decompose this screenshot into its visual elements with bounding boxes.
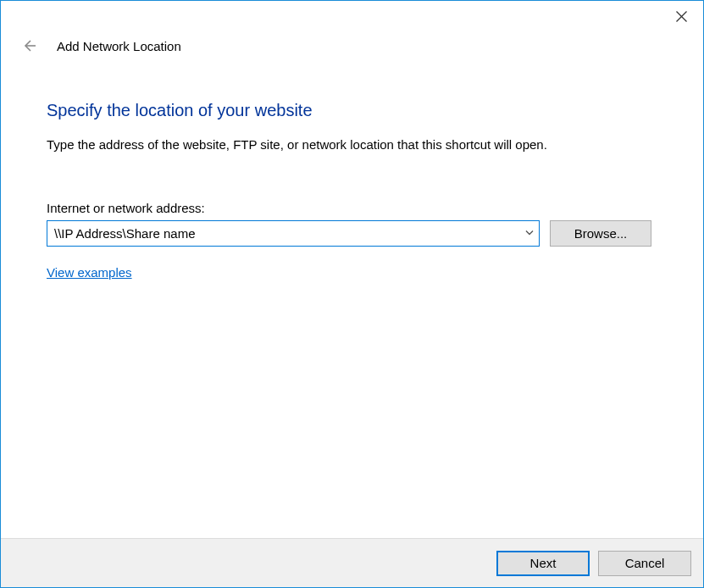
arrow-left-icon [21, 38, 36, 53]
view-examples-link[interactable]: View examples [47, 265, 132, 280]
close-button[interactable] [671, 6, 691, 26]
wizard-title: Add Network Location [57, 39, 181, 53]
back-button[interactable] [19, 36, 38, 55]
cancel-button[interactable]: Cancel [598, 551, 691, 576]
next-button[interactable]: Next [496, 551, 590, 576]
address-label: Internet or network address: [47, 201, 657, 215]
wizard-footer: Next Cancel [1, 538, 703, 587]
titlebar [1, 1, 703, 31]
address-combobox[interactable] [47, 220, 540, 247]
browse-button[interactable]: Browse... [550, 220, 651, 247]
wizard-content: Specify the location of your website Typ… [1, 60, 703, 280]
address-input-row: Browse... [47, 220, 657, 247]
page-heading: Specify the location of your website [47, 101, 657, 120]
wizard-header: Add Network Location [1, 31, 703, 60]
address-input[interactable] [47, 220, 540, 247]
instruction-text: Type the address of the website, FTP sit… [47, 137, 657, 152]
close-icon [676, 11, 687, 22]
